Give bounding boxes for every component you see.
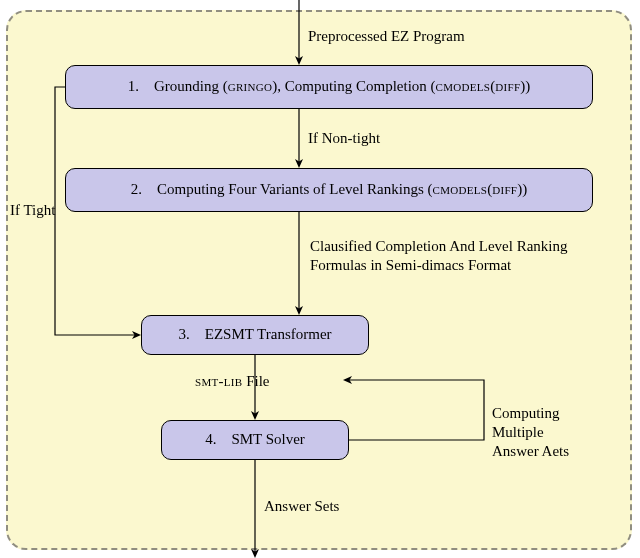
node3-text: 3. EZSMT Transformer [178, 325, 331, 345]
label-computing-multiple: Computing Multiple Answer Aets [492, 404, 632, 460]
node1-text: 1. Grounding (gringo), Computing Complet… [128, 77, 531, 97]
label-smtlib-file: smt-lib File [195, 372, 270, 391]
node-level-rankings: 2. Computing Four Variants of Level Rank… [65, 168, 593, 212]
node-grounding-completion: 1. Grounding (gringo), Computing Complet… [65, 65, 593, 109]
label-if-tight: If Tight [10, 201, 55, 220]
node2-text: 2. Computing Four Variants of Level Rank… [131, 180, 528, 200]
label-clausified: Clausified Completion And Level Ranking … [310, 237, 640, 275]
node-ezsmt-transformer: 3. EZSMT Transformer [141, 315, 369, 355]
label-if-nontight: If Non-tight [308, 129, 380, 148]
diagram-canvas: 1. Grounding (gringo), Computing Complet… [0, 0, 640, 558]
node4-text: 4. SMT Solver [205, 430, 305, 450]
label-preprocessed-input: Preprocessed EZ Program [308, 27, 465, 46]
label-answer-sets: Answer Sets [264, 497, 339, 516]
node-smt-solver: 4. SMT Solver [161, 420, 349, 460]
